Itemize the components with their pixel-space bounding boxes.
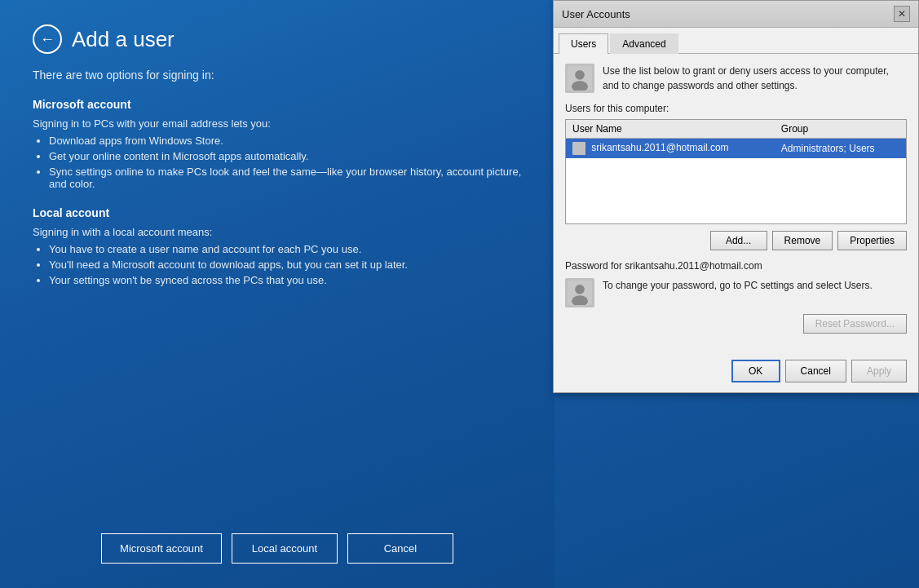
- local-bullet-2: You'll need a Microsoft account to downl…: [49, 259, 522, 271]
- dialog-title: User Accounts: [562, 8, 630, 20]
- table-empty-area: [566, 158, 907, 223]
- dialog-body: Use the list below to grant or deny user…: [554, 54, 918, 353]
- dialog-close-button[interactable]: ✕: [894, 6, 910, 22]
- col-username: User Name: [566, 120, 775, 139]
- add-user-panel: ← Add a user There are two options for s…: [0, 0, 554, 588]
- col-group: Group: [775, 120, 907, 139]
- ms-bullet-2: Get your online content in Microsoft app…: [49, 150, 522, 162]
- user-icon-large: [565, 64, 594, 93]
- properties-button[interactable]: Properties: [837, 231, 907, 250]
- subtitle-text: There are two options for signing in:: [33, 69, 522, 82]
- microsoft-account-button[interactable]: Microsoft account: [101, 533, 222, 564]
- local-account-desc: Signing in with a local account means:: [33, 226, 522, 238]
- svg-point-4: [575, 285, 585, 294]
- back-arrow-icon: ←: [40, 32, 55, 46]
- local-bullet-1: You have to create a user name and accou…: [49, 243, 522, 255]
- password-info-text: To change your password, go to PC settin…: [603, 278, 873, 293]
- dialog-titlebar: User Accounts ✕: [554, 1, 918, 28]
- password-section-title: Password for srikantsahu.2011@hotmail.co…: [565, 260, 907, 272]
- footer-cancel-button[interactable]: Cancel: [785, 360, 846, 382]
- microsoft-account-desc: Signing in to PCs with your email addres…: [33, 117, 522, 130]
- tab-advanced[interactable]: Advanced: [610, 33, 678, 54]
- apply-button[interactable]: Apply: [851, 360, 907, 382]
- user-accounts-dialog: User Accounts ✕ Users Advanced Use the l…: [553, 0, 919, 393]
- dialog-footer: OK Cancel Apply: [554, 353, 918, 392]
- password-info-row: To change your password, go to PC settin…: [565, 278, 907, 307]
- reset-password-row: Reset Password...: [565, 314, 907, 334]
- ms-bullet-1: Download apps from Windows Store.: [49, 135, 522, 147]
- tab-users[interactable]: Users: [559, 33, 608, 54]
- password-avatar-icon: [568, 281, 592, 305]
- add-button[interactable]: Add...: [710, 231, 767, 250]
- back-button[interactable]: ←: [33, 24, 62, 54]
- microsoft-account-bullets: Download apps from Windows Store. Get yo…: [49, 135, 522, 190]
- users-for-computer-label: Users for this computer:: [565, 103, 907, 114]
- dialog-tabs: Users Advanced: [554, 28, 918, 54]
- remove-button[interactable]: Remove: [772, 231, 833, 250]
- local-account-bullets: You have to create a user name and accou…: [49, 243, 522, 286]
- local-account-button[interactable]: Local account: [232, 533, 338, 564]
- local-bullet-3: Your settings won't be synced across the…: [49, 274, 522, 286]
- ok-button[interactable]: OK: [731, 360, 780, 382]
- add-user-content: ← Add a user There are two options for s…: [0, 0, 554, 517]
- local-account-heading: Local account: [33, 206, 522, 219]
- cell-username: srikantsahu.2011@hotmail.com: [566, 139, 775, 159]
- info-row: Use the list below to grant or deny user…: [565, 64, 907, 93]
- cell-group: Administrators; Users: [775, 139, 907, 159]
- back-button-row: ← Add a user: [33, 24, 522, 54]
- page-title: Add a user: [72, 27, 175, 52]
- ms-bullet-3: Sync settings online to make PCs look an…: [49, 166, 522, 190]
- password-user-icon: [565, 278, 594, 307]
- table-action-buttons: Add... Remove Properties: [565, 231, 907, 250]
- table-row[interactable]: srikantsahu.2011@hotmail.com Administrat…: [566, 139, 907, 159]
- info-text: Use the list below to grant or deny user…: [603, 64, 907, 93]
- user-avatar-icon: [568, 66, 592, 91]
- bottom-buttons: Microsoft account Local account Cancel: [0, 517, 554, 588]
- users-table: User Name Group srikantsahu.2011@hotmail…: [565, 119, 907, 224]
- cancel-button[interactable]: Cancel: [347, 533, 453, 564]
- reset-password-button[interactable]: Reset Password...: [803, 314, 907, 334]
- svg-point-1: [575, 70, 585, 80]
- microsoft-account-heading: Microsoft account: [33, 98, 522, 111]
- row-user-icon: [572, 142, 585, 155]
